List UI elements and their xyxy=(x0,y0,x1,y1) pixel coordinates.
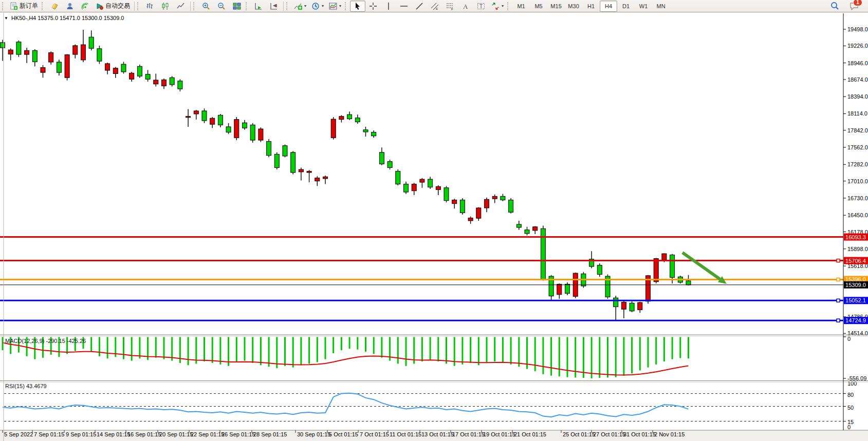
signals-button[interactable] xyxy=(78,1,93,12)
chevron-down-icon[interactable]: ▾ xyxy=(339,4,341,8)
metaeditor-button[interactable] xyxy=(47,1,62,12)
chevron-down-icon[interactable]: ▾ xyxy=(304,4,306,8)
timeframe-h4[interactable]: H4 xyxy=(600,1,617,12)
indicators-button[interactable]: ▾ xyxy=(291,1,309,12)
vps-button[interactable] xyxy=(62,1,78,12)
toolbar-separator xyxy=(134,2,135,11)
candle xyxy=(387,162,392,168)
macd-bar xyxy=(2,337,4,351)
periods-button[interactable]: ▾ xyxy=(309,1,326,12)
line-handle[interactable] xyxy=(837,299,840,302)
search-button[interactable] xyxy=(827,1,842,12)
vertical-line-button[interactable] xyxy=(381,1,396,12)
candle xyxy=(97,49,102,61)
new-order-button-label: 新订单 xyxy=(20,2,38,10)
timeframe-m15[interactable]: M15 xyxy=(547,1,565,12)
candlestick-button[interactable] xyxy=(158,1,173,12)
notification-badge: 1 xyxy=(853,0,862,6)
macd-bar xyxy=(405,337,407,366)
candle xyxy=(267,141,271,155)
date-tick-label: 19 Oct 01:15 xyxy=(483,431,515,437)
vline-icon xyxy=(384,2,393,10)
price-line-label: 15052.1 xyxy=(845,297,866,303)
macd-bar xyxy=(188,337,189,366)
timeframe-m30[interactable]: M30 xyxy=(565,1,582,12)
macd-bar xyxy=(373,337,375,354)
macd-bar xyxy=(494,337,495,362)
vps-icon xyxy=(66,2,74,10)
candle xyxy=(662,254,667,260)
candle xyxy=(226,127,231,132)
candle xyxy=(234,120,239,138)
candle xyxy=(686,281,691,285)
candle xyxy=(243,123,247,128)
candle xyxy=(630,303,634,311)
price-tick-label: 18674.0 xyxy=(847,76,868,83)
date-tick-label: 7 Sep 01:15 xyxy=(34,431,64,437)
macd-bar xyxy=(308,337,310,364)
candle xyxy=(170,78,174,85)
chart-shift-button[interactable] xyxy=(266,1,282,12)
macd-bar xyxy=(333,337,334,354)
macd-bar xyxy=(397,337,399,364)
line-handle[interactable] xyxy=(837,259,840,262)
timeframe-m5[interactable]: M5 xyxy=(530,1,547,12)
candle xyxy=(379,152,384,164)
line-handle[interactable] xyxy=(837,319,840,322)
chart-title: HK50-,H4 15375.0 15471.0 15300.0 15309.0 xyxy=(11,15,124,21)
date-tick-label: 27 Oct 01:15 xyxy=(593,431,625,437)
cursor-button[interactable] xyxy=(350,1,365,12)
macd-bar xyxy=(607,337,608,378)
fibonacci-button[interactable]: F xyxy=(442,1,458,12)
timeframe-mn[interactable]: MN xyxy=(652,1,670,12)
templates-button[interactable]: ▾ xyxy=(326,1,344,12)
candle xyxy=(121,64,126,72)
macd-bar xyxy=(357,337,358,350)
line-chart-button[interactable] xyxy=(173,1,189,12)
macd-bar xyxy=(107,337,108,359)
zoom-in-button[interactable] xyxy=(198,1,214,12)
chevron-down-icon[interactable]: ▾ xyxy=(502,4,504,8)
chevron-down-icon[interactable]: ▾ xyxy=(322,4,324,8)
timeframe-w1[interactable]: W1 xyxy=(635,1,652,12)
line-handle[interactable] xyxy=(837,278,840,281)
auto-scroll-button[interactable] xyxy=(251,1,266,12)
horizontal-line-button[interactable] xyxy=(396,1,412,12)
equidistant-channel-button[interactable]: E xyxy=(427,1,442,12)
chat-button[interactable]: 1 xyxy=(846,1,862,12)
text-button[interactable]: A xyxy=(458,1,473,12)
crosshair-button[interactable] xyxy=(365,1,381,12)
macd-bar xyxy=(317,337,318,362)
bar-chart-button[interactable] xyxy=(142,1,158,12)
arrows-button[interactable]: ▾ xyxy=(489,1,506,12)
zoom-out-button[interactable] xyxy=(214,1,229,12)
candle xyxy=(420,179,424,182)
chart-menu-icon[interactable]: ▼ xyxy=(4,16,8,21)
candle xyxy=(274,154,279,167)
bar-chart-icon xyxy=(146,2,154,10)
chart-shift-icon xyxy=(270,2,278,10)
price-tick-label: 18114.0 xyxy=(847,110,867,117)
date-tick-label: 13 Oct 01:15 xyxy=(421,431,454,437)
zoom-out-icon xyxy=(217,2,226,10)
search-icon xyxy=(830,2,839,10)
date-tick-label: 30 Sep 01:15 xyxy=(297,431,330,437)
price-tick-label: 17842.0 xyxy=(847,127,868,133)
macd-bar xyxy=(639,337,641,371)
autotrading-button[interactable]: 自动交易 xyxy=(93,1,133,12)
trendline-button[interactable] xyxy=(412,1,427,12)
text-label-button[interactable]: T xyxy=(473,1,489,12)
price-tick-label: 15898.0 xyxy=(847,246,868,252)
candle xyxy=(73,46,78,54)
chart-header: ▼ HK50-,H4 15375.0 15471.0 15300.0 15309… xyxy=(4,15,124,21)
fibonacci-icon: F xyxy=(446,2,454,10)
tile-windows-button[interactable] xyxy=(229,1,245,12)
price-tick-label: 17282.0 xyxy=(847,161,868,167)
timeframe-h1[interactable]: H1 xyxy=(582,1,600,12)
timeframe-d1[interactable]: D1 xyxy=(617,1,635,12)
new-order-button[interactable]: 新订单 xyxy=(7,1,41,12)
label-icon: T xyxy=(477,2,485,10)
date-tick-label: 26 Sep 01:15 xyxy=(221,431,255,437)
macd-bar xyxy=(542,337,544,374)
timeframe-m1[interactable]: M1 xyxy=(512,1,530,12)
